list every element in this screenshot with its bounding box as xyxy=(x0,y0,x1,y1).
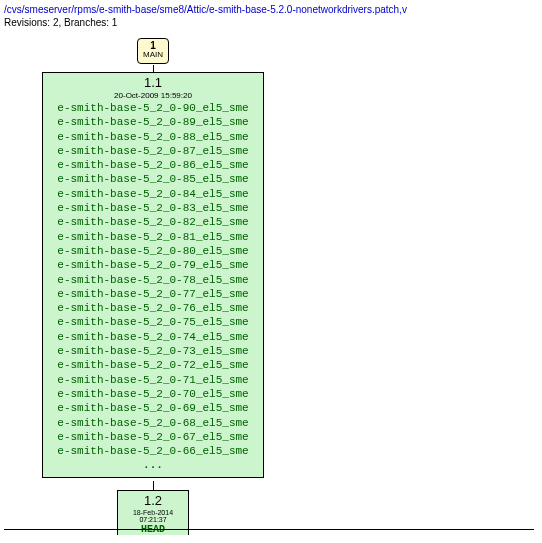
tag-item: e-smith-base-5_2_0-86_el5_sme xyxy=(47,158,259,172)
file-path: /cvs/smeserver/rpms/e-smith-base/sme8/At… xyxy=(4,4,538,15)
tag-item: e-smith-base-5_2_0-72_el5_sme xyxy=(47,358,259,372)
tag-item: e-smith-base-5_2_0-73_el5_sme xyxy=(47,344,259,358)
tags-more: ... xyxy=(47,458,259,472)
tag-item: e-smith-base-5_2_0-79_el5_sme xyxy=(47,258,259,272)
branch-name: MAIN xyxy=(138,51,168,60)
tag-item: e-smith-base-5_2_0-85_el5_sme xyxy=(47,172,259,186)
tag-item: e-smith-base-5_2_0-88_el5_sme xyxy=(47,130,259,144)
connector-line xyxy=(153,65,154,72)
tag-item: e-smith-base-5_2_0-78_el5_sme xyxy=(47,273,259,287)
tag-item: e-smith-base-5_2_0-81_el5_sme xyxy=(47,230,259,244)
tag-item: e-smith-base-5_2_0-82_el5_sme xyxy=(47,215,259,229)
connector-line xyxy=(153,481,154,490)
tag-item: e-smith-base-5_2_0-67_el5_sme xyxy=(47,430,259,444)
tag-item: e-smith-base-5_2_0-76_el5_sme xyxy=(47,301,259,315)
revision-graph: 1 MAIN 1.1 20-Oct-2009 15:59:20 e-smith-… xyxy=(4,36,534,531)
revision-node-2[interactable]: 1.2 18-Feb-2014 07:21:37 HEAD xyxy=(117,490,189,535)
tag-item: e-smith-base-5_2_0-87_el5_sme xyxy=(47,144,259,158)
tag-item: e-smith-base-5_2_0-75_el5_sme xyxy=(47,315,259,329)
tag-item: e-smith-base-5_2_0-69_el5_sme xyxy=(47,401,259,415)
head-label: HEAD xyxy=(122,524,184,535)
tag-item: e-smith-base-5_2_0-77_el5_sme xyxy=(47,287,259,301)
tag-item: e-smith-base-5_2_0-66_el5_sme xyxy=(47,444,259,458)
tag-item: e-smith-base-5_2_0-68_el5_sme xyxy=(47,416,259,430)
tag-item: e-smith-base-5_2_0-71_el5_sme xyxy=(47,373,259,387)
revisions-info: Revisions: 2, Branches: 1 xyxy=(4,17,538,28)
tag-item: e-smith-base-5_2_0-90_el5_sme xyxy=(47,101,259,115)
revision-node-1[interactable]: 1.1 20-Oct-2009 15:59:20 e-smith-base-5_… xyxy=(42,72,264,478)
tag-item: e-smith-base-5_2_0-84_el5_sme xyxy=(47,187,259,201)
revision-version: 1.1 xyxy=(47,75,259,90)
revision-date: 18-Feb-2014 07:21:37 xyxy=(122,509,184,523)
tag-list: e-smith-base-5_2_0-90_el5_smee-smith-bas… xyxy=(47,101,259,473)
revision-date: 20-Oct-2009 15:59:20 xyxy=(47,91,259,100)
tag-item: e-smith-base-5_2_0-89_el5_sme xyxy=(47,115,259,129)
branch-node-main[interactable]: 1 MAIN xyxy=(137,38,169,64)
tag-item: e-smith-base-5_2_0-74_el5_sme xyxy=(47,330,259,344)
tag-item: e-smith-base-5_2_0-83_el5_sme xyxy=(47,201,259,215)
tag-item: e-smith-base-5_2_0-70_el5_sme xyxy=(47,387,259,401)
tag-item: e-smith-base-5_2_0-80_el5_sme xyxy=(47,244,259,258)
revision-version: 1.2 xyxy=(122,493,184,508)
